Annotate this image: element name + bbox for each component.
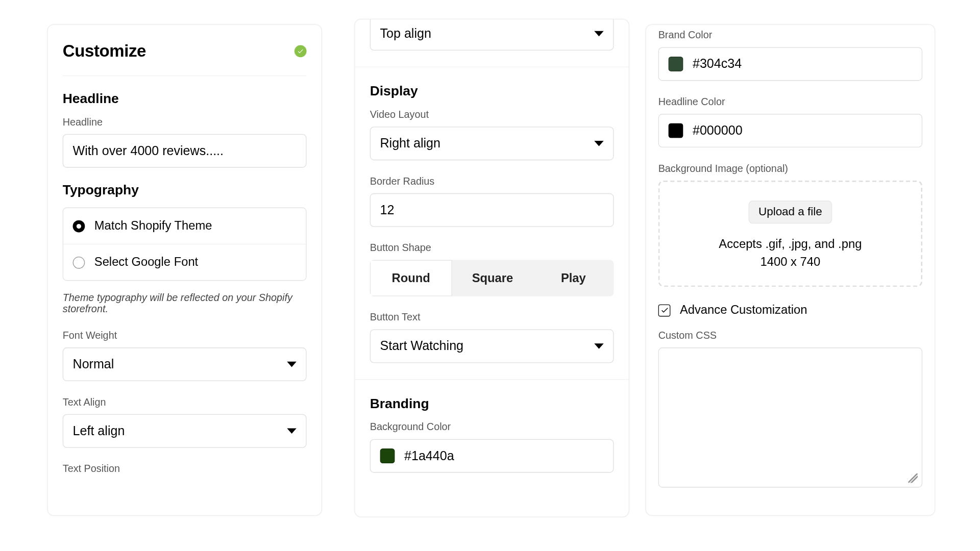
section-display: Display [370, 84, 614, 99]
headline-field[interactable] [73, 143, 297, 158]
radio-selected-icon [73, 220, 85, 232]
chevron-down-icon [594, 31, 603, 37]
radio-unselected-icon [73, 256, 85, 268]
border-radius-label: Border Radius [370, 175, 614, 186]
brand-color-swatch [668, 57, 683, 71]
border-radius-input[interactable] [370, 193, 614, 227]
headline-color-label: Headline Color [658, 95, 922, 107]
background-color-input[interactable]: #1a440a [370, 439, 614, 473]
video-layout-label: Video Layout [370, 109, 614, 120]
text-position-select[interactable]: Top align [370, 19, 614, 51]
background-color-value: #1a440a [404, 448, 454, 463]
text-position-value: Top align [380, 26, 431, 41]
typography-hint: Theme typography will be reflected on yo… [63, 292, 307, 315]
text-align-value: Left align [73, 423, 125, 438]
custom-css-textarea[interactable] [658, 347, 922, 488]
upload-size: 1400 x 740 [666, 255, 914, 269]
headline-input[interactable] [63, 134, 307, 168]
button-text-value: Start Watching [380, 339, 463, 354]
brand-color-input[interactable]: #304c34 [658, 47, 922, 81]
brand-color-value: #304c34 [693, 57, 742, 71]
bg-image-dropzone[interactable]: Upload a file Accepts .gif, .jpg, and .p… [658, 181, 922, 287]
video-layout-value: Right align [380, 136, 440, 151]
font-weight-select[interactable]: Normal [63, 347, 307, 381]
button-shape-square[interactable]: Square [452, 260, 533, 296]
button-text-label: Button Text [370, 311, 614, 322]
brand-color-label: Brand Color [658, 29, 922, 40]
page-title: Customize [63, 41, 146, 61]
chevron-down-icon [594, 141, 603, 146]
text-position-label: Text Position [63, 463, 307, 474]
font-weight-label: Font Weight [63, 329, 307, 340]
button-shape-play[interactable]: Play [533, 260, 614, 296]
advanced-customization-toggle[interactable]: Advance Customization [658, 303, 922, 317]
section-typography: Typography [63, 183, 307, 198]
text-align-select[interactable]: Left align [63, 414, 307, 448]
text-align-label: Text Align [63, 396, 307, 407]
button-shape-label: Button Shape [370, 242, 614, 253]
background-color-label: Background Color [370, 421, 614, 432]
chevron-down-icon [594, 343, 603, 349]
bg-image-label: Background Image (optional) [658, 162, 922, 173]
section-branding: Branding [370, 396, 614, 411]
headline-color-swatch [668, 123, 683, 138]
button-text-select[interactable]: Start Watching [370, 329, 614, 363]
upload-accepts: Accepts .gif, .jpg, and .png [666, 237, 914, 252]
custom-css-label: Custom CSS [658, 329, 922, 340]
advanced-customization-label: Advance Customization [680, 303, 807, 317]
upload-file-button[interactable]: Upload a file [748, 201, 832, 223]
section-headline: Headline [63, 91, 307, 106]
chevron-down-icon [287, 362, 296, 367]
video-layout-select[interactable]: Right align [370, 127, 614, 160]
status-complete-icon [295, 45, 307, 57]
typography-match-label: Match Shopify Theme [94, 219, 212, 233]
border-radius-field[interactable] [380, 203, 603, 217]
checkbox-checked-icon [658, 304, 671, 316]
typography-google-font[interactable]: Select Google Font [63, 244, 306, 280]
font-weight-value: Normal [73, 357, 114, 372]
background-color-swatch [380, 448, 395, 463]
headline-color-input[interactable]: #000000 [658, 114, 922, 147]
headline-color-value: #000000 [693, 123, 743, 138]
typography-google-label: Select Google Font [94, 255, 198, 269]
headline-label: Headline [63, 116, 307, 127]
chevron-down-icon [287, 429, 296, 434]
button-shape-round[interactable]: Round [370, 260, 452, 296]
typography-match-theme[interactable]: Match Shopify Theme [63, 208, 306, 244]
